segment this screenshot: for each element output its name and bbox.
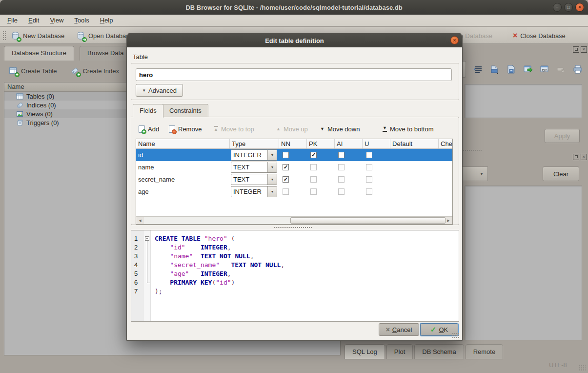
menu-tools[interactable]: Tools <box>69 15 94 26</box>
scroll-left-icon[interactable]: ◀ <box>136 217 144 224</box>
tab-fields[interactable]: Fields <box>133 104 163 118</box>
move-to-bottom-button[interactable]: ▼Move to bottom <box>383 123 434 135</box>
window-resize-grip[interactable] <box>579 364 586 371</box>
menu-help[interactable]: Help <box>95 15 119 26</box>
chevron-down-icon[interactable]: ▼ <box>267 150 277 160</box>
sql-log-textarea[interactable] <box>465 186 582 340</box>
field-row-id[interactable]: idINTEGER▼✓ <box>136 149 452 161</box>
column-header-pk[interactable]: PK <box>307 139 335 148</box>
log-filter-combobox[interactable]: ▼ <box>463 166 488 181</box>
column-header-default[interactable]: Default <box>390 139 439 148</box>
pk-checkbox[interactable] <box>310 188 317 195</box>
u-checkbox[interactable] <box>366 152 372 158</box>
advanced-button[interactable]: ▼ Advanced <box>136 84 183 97</box>
null-toggle-icon[interactable] <box>554 62 568 77</box>
ai-checkbox[interactable] <box>338 164 345 170</box>
splitter-handle[interactable] <box>273 227 312 228</box>
open-database-button[interactable]: ➔ Open Database <box>76 29 133 42</box>
bottom-tab-plot[interactable]: Plot <box>386 344 413 359</box>
sql-preview[interactable]: 1234567 − CREATE TABLE "hero" ( "id" INT… <box>131 230 459 322</box>
cell-editor-textarea[interactable] <box>465 84 582 118</box>
dock-close-icon[interactable]: × <box>581 154 587 160</box>
nn-checkbox[interactable]: ✓ <box>283 176 289 183</box>
add-button[interactable]: +Add <box>139 123 159 135</box>
field-row-secret_name[interactable]: secret_nameTEXT▼✓ <box>136 173 452 186</box>
column-header-name[interactable]: Name <box>136 139 230 148</box>
scrollbar-track[interactable] <box>144 217 445 224</box>
chevron-down-icon[interactable]: ▼ <box>267 174 277 185</box>
nn-checkbox[interactable]: ✓ <box>283 164 289 170</box>
field-name-cell[interactable]: secret_name <box>136 176 230 183</box>
window-minimize-icon[interactable]: − <box>553 3 562 12</box>
nn-checkbox[interactable] <box>283 188 289 195</box>
export-window-icon[interactable] <box>521 62 535 77</box>
menu-file[interactable]: File <box>2 15 23 26</box>
create-index-button[interactable]: + Create Index <box>70 64 119 77</box>
u-checkbox[interactable] <box>366 164 372 170</box>
text-lines-icon[interactable] <box>471 62 485 77</box>
horizontal-scrollbar[interactable]: ◀ ▶ <box>136 216 452 224</box>
bottom-tab-sql-log[interactable]: SQL Log <box>345 344 385 359</box>
column-header-nn[interactable]: NN <box>279 139 307 148</box>
create-table-button[interactable]: + Create Table <box>9 64 57 77</box>
move-to-top-button[interactable]: ▲Move to top <box>214 123 254 135</box>
menu-edit[interactable]: Edit <box>23 15 44 26</box>
dock-float-icon[interactable] <box>573 46 579 53</box>
u-checkbox[interactable] <box>366 188 372 195</box>
type-combobox[interactable]: TEXT▼ <box>231 162 277 173</box>
pk-checkbox[interactable]: ✓ <box>310 152 317 158</box>
ai-checkbox[interactable] <box>338 188 345 195</box>
menu-view[interactable]: View <box>44 15 69 26</box>
save-file-icon[interactable] <box>505 62 518 77</box>
tab-constraints[interactable]: Constraints <box>162 104 208 117</box>
column-header-type[interactable]: Type <box>230 139 279 148</box>
fold-collapse-icon[interactable]: − <box>145 236 149 241</box>
clear-button[interactable]: Clear <box>543 166 579 181</box>
u-checkbox[interactable] <box>366 176 372 183</box>
chevron-down-icon[interactable]: ▼ <box>267 186 277 197</box>
window-close-icon[interactable]: × <box>575 3 584 12</box>
dialog-resize-grip[interactable] <box>452 332 460 339</box>
tab-browse-data[interactable]: Browse Data <box>80 46 131 61</box>
ai-checkbox[interactable] <box>338 152 345 158</box>
dialog-close-icon[interactable]: × <box>450 36 459 44</box>
cancel-button[interactable]: × Cancel <box>379 323 419 336</box>
pk-checkbox[interactable] <box>310 176 317 183</box>
move-down-button[interactable]: ▼Move down <box>320 123 360 135</box>
dock-float-icon[interactable] <box>573 154 579 160</box>
chevron-down-icon[interactable]: ▼ <box>267 162 277 172</box>
window-title: DB Browser for SQLite - /home/user/code/… <box>185 4 402 11</box>
new-database-button[interactable]: + New Database <box>11 29 64 42</box>
scrollbar-handle[interactable] <box>290 217 446 224</box>
column-header-u[interactable]: U <box>363 139 390 148</box>
type-combobox[interactable]: TEXT▼ <box>231 174 277 185</box>
pk-checkbox[interactable] <box>310 164 317 170</box>
type-combobox[interactable]: INTEGER▼ <box>231 186 277 197</box>
print-icon[interactable] <box>571 62 585 77</box>
apply-button[interactable]: Apply <box>545 129 580 143</box>
dock-close-icon[interactable]: × <box>581 46 587 53</box>
field-row-age[interactable]: ageINTEGER▼ <box>136 186 452 198</box>
window-maximize-icon[interactable]: □ <box>564 3 573 12</box>
scroll-right-icon[interactable]: ▶ <box>445 217 452 224</box>
type-combobox[interactable]: INTEGER▼ <box>231 149 277 161</box>
field-name-cell[interactable]: name <box>136 164 230 171</box>
link-window-icon[interactable] <box>538 62 551 77</box>
remove-button[interactable]: −Remove <box>169 123 202 135</box>
column-header-che[interactable]: Che <box>439 139 453 148</box>
splitter-handle[interactable] <box>463 149 482 152</box>
move-up-button[interactable]: ▲Move up <box>276 123 308 135</box>
field-row-name[interactable]: nameTEXT▼✓ <box>136 161 452 173</box>
bottom-tab-remote[interactable]: Remote <box>466 344 504 359</box>
close-database-button[interactable]: × Close Database <box>513 29 566 42</box>
field-name-cell[interactable]: age <box>136 188 230 195</box>
ai-checkbox[interactable] <box>338 176 345 183</box>
tab-database-structure[interactable]: Database Structure <box>4 46 74 61</box>
bottom-tab-db-schema[interactable]: DB Schema <box>414 344 464 359</box>
table-name-input[interactable] <box>136 68 452 81</box>
column-header-ai[interactable]: AI <box>335 139 363 148</box>
nn-checkbox[interactable] <box>283 152 289 158</box>
field-name-cell[interactable]: id <box>136 151 230 159</box>
toolbar-grip-handle[interactable] <box>2 31 6 41</box>
import-file-icon[interactable] <box>488 62 502 77</box>
